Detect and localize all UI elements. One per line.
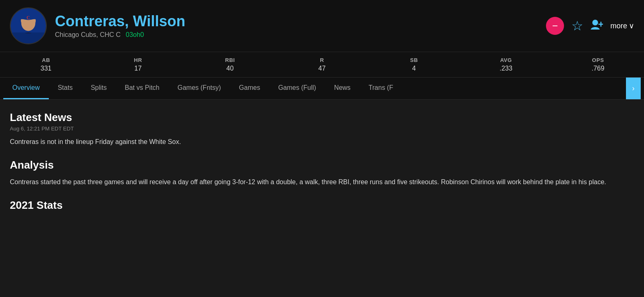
nav-tabs: Overview Stats Splits Bat vs Pitch Games… xyxy=(0,78,644,100)
tab-games-full[interactable]: Games (Full) xyxy=(269,78,325,99)
player-team: Chicago Cubs, CHC C 03oh0 xyxy=(55,31,546,39)
stat-avg-label: AVG xyxy=(460,57,552,63)
svg-rect-1 xyxy=(11,32,46,43)
stat-rbi-value: 40 xyxy=(184,65,276,72)
more-label: more xyxy=(610,22,627,30)
avatar-image: C xyxy=(11,7,46,44)
stat-r: R 47 xyxy=(276,57,368,72)
stats-2021-title: 2021 Stats xyxy=(10,199,634,212)
add-user-button[interactable] xyxy=(591,19,603,33)
stats-2021-section: 2021 Stats xyxy=(10,199,634,212)
latest-news-title: Latest News xyxy=(10,111,634,124)
stat-ab-value: 331 xyxy=(0,65,92,72)
stat-hr-value: 17 xyxy=(92,65,184,72)
stat-hr: HR 17 xyxy=(92,57,184,72)
analysis-section: Analysis Contreras started the past thre… xyxy=(10,159,634,187)
stat-sb: SB 4 xyxy=(368,57,460,72)
stat-ops: OPS .769 xyxy=(552,57,644,72)
stat-avg-value: .233 xyxy=(460,65,552,72)
news-body-text: Contreras is not in the lineup Friday ag… xyxy=(10,137,634,147)
tab-games-fntsy[interactable]: Games (Fntsy) xyxy=(169,78,230,99)
tab-splits[interactable]: Splits xyxy=(82,78,116,99)
stats-bar: AB 331 HR 17 RBI 40 R 47 SB 4 AVG .233 O… xyxy=(0,52,644,78)
star-button[interactable]: ☆ xyxy=(571,18,583,34)
stat-avg: AVG .233 xyxy=(460,57,552,72)
stat-rbi-label: RBI xyxy=(184,57,276,63)
remove-button[interactable]: − xyxy=(546,17,564,35)
avatar: C xyxy=(10,7,47,44)
latest-news-section: Latest News Aug 6, 12:21 PM EDT EDT Cont… xyxy=(10,111,634,147)
player-status: 03oh0 xyxy=(126,31,144,38)
stat-r-label: R xyxy=(276,57,368,63)
stat-ab: AB 331 xyxy=(0,57,92,72)
more-chevron-icon: ∨ xyxy=(629,21,634,30)
more-button[interactable]: more ∨ xyxy=(610,21,634,30)
remove-icon: − xyxy=(552,20,558,32)
tab-overview[interactable]: Overview xyxy=(3,78,49,99)
player-header: C Contreras, Willson Chicago Cubs, CHC C… xyxy=(0,0,644,52)
stat-rbi: RBI 40 xyxy=(184,57,276,72)
main-content: Latest News Aug 6, 12:21 PM EDT EDT Cont… xyxy=(0,100,644,223)
stat-hr-label: HR xyxy=(92,57,184,63)
analysis-title: Analysis xyxy=(10,159,634,171)
stat-r-value: 47 xyxy=(276,65,368,72)
news-timestamp: Aug 6, 12:21 PM EDT EDT xyxy=(10,126,634,132)
header-actions: − ☆ more ∨ xyxy=(546,17,634,35)
player-name: Contreras, Willson xyxy=(55,13,546,30)
tab-trans[interactable]: Trans (F xyxy=(360,78,402,99)
stat-sb-value: 4 xyxy=(368,65,460,72)
stat-sb-label: SB xyxy=(368,57,460,63)
add-user-icon xyxy=(591,21,603,33)
tabs-scroll-right-button[interactable]: › xyxy=(626,78,641,99)
tab-stats[interactable]: Stats xyxy=(49,78,82,99)
tab-games[interactable]: Games xyxy=(230,78,269,99)
stat-ab-label: AB xyxy=(0,57,92,63)
analysis-body-text: Contreras started the past three games a… xyxy=(10,176,634,187)
tab-news[interactable]: News xyxy=(325,78,360,99)
svg-text:C: C xyxy=(27,15,30,20)
svg-point-7 xyxy=(592,20,598,25)
team-name: Chicago Cubs, CHC C xyxy=(55,31,121,38)
player-info: Contreras, Willson Chicago Cubs, CHC C 0… xyxy=(55,13,546,39)
chevron-right-icon: › xyxy=(632,84,635,93)
stat-ops-label: OPS xyxy=(552,57,644,63)
star-icon: ☆ xyxy=(571,18,583,33)
tab-bat-vs-pitch[interactable]: Bat vs Pitch xyxy=(116,78,168,99)
stat-ops-value: .769 xyxy=(552,65,644,72)
